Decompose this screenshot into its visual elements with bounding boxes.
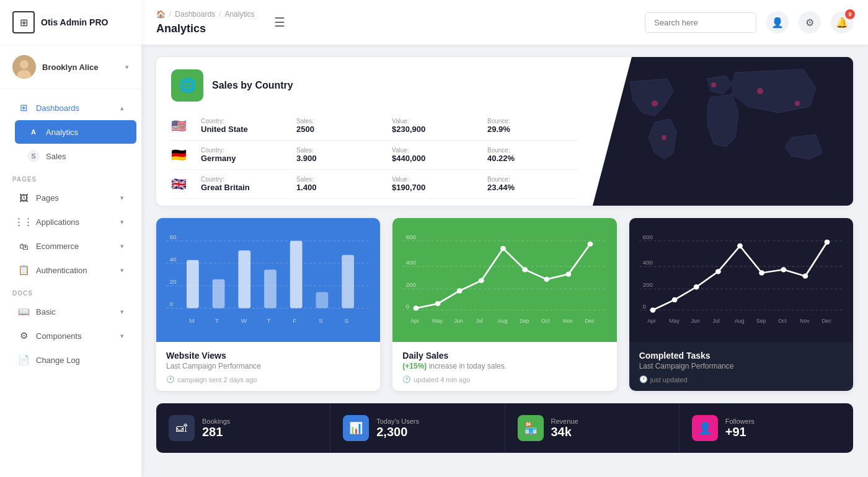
svg-text:W: W xyxy=(241,317,247,324)
svg-rect-18 xyxy=(213,279,225,309)
user-chevron-icon: ▾ xyxy=(125,63,129,71)
sales-value: 2500 xyxy=(296,125,387,134)
value-label: Value: xyxy=(392,147,482,154)
charts-row: 60 40 20 0 M T xyxy=(156,218,853,391)
bounce-label: Bounce: xyxy=(487,205,578,206)
svg-text:Sep: Sep xyxy=(520,318,529,324)
user-profile[interactable]: Brooklyn Alice ▾ xyxy=(0,45,141,89)
svg-text:Aug: Aug xyxy=(734,318,744,324)
sidebar-item-changelog[interactable]: 📄 Change Log xyxy=(5,348,136,372)
sidebar-item-ecommerce[interactable]: 🛍 Ecommerce ▾ xyxy=(5,234,136,258)
ecommerce-icon: 🛍 xyxy=(17,240,30,252)
svg-point-42 xyxy=(479,278,484,283)
basic-label: Basic xyxy=(36,307,114,317)
svg-point-47 xyxy=(588,242,593,247)
bookings-icon: 🛋 xyxy=(169,415,195,441)
sidebar-navigation: ⊞ Dashboards ▴ A Analytics S Sales PAGES… xyxy=(0,89,141,477)
svg-text:0: 0 xyxy=(642,304,645,310)
pages-section-label: PAGES xyxy=(0,168,141,185)
today-users-icon: 📊 xyxy=(343,415,369,441)
breadcrumb-separator2: / xyxy=(219,10,221,19)
sidebar-item-authentication[interactable]: 📋 Authentication ▾ xyxy=(5,258,136,282)
stat-revenue: 🏪 Revenue 34k xyxy=(505,403,680,453)
svg-point-45 xyxy=(544,277,550,282)
bookings-value: 281 xyxy=(202,425,230,439)
svg-point-46 xyxy=(566,271,572,276)
website-views-footer: 🕐 campaign sent 2 days ago xyxy=(166,375,370,383)
bookings-label: Bookings xyxy=(202,418,230,425)
changelog-icon: 📄 xyxy=(17,354,30,366)
svg-text:M: M xyxy=(189,317,194,324)
svg-rect-20 xyxy=(264,269,277,308)
stat-today-users: 📊 Today's Users 2,300 xyxy=(330,403,505,453)
svg-rect-22 xyxy=(316,292,329,309)
svg-point-43 xyxy=(500,246,506,251)
revenue-label: Revenue xyxy=(551,418,578,425)
authentication-icon: 📋 xyxy=(17,264,30,276)
value-value: $190,700 xyxy=(392,183,482,192)
daily-sales-footer: 🕐 updated 4 min ago xyxy=(402,375,606,383)
svg-text:T: T xyxy=(267,317,270,324)
country-flag: 🇩🇪 xyxy=(171,147,196,162)
svg-point-4 xyxy=(652,100,658,107)
svg-point-1 xyxy=(20,60,29,69)
user-avatar-icon[interactable]: 👤 xyxy=(766,11,789,33)
sidebar: ⊞ Otis Admin PRO Brooklyn Alice ▾ ⊞ Dash… xyxy=(0,0,141,477)
analytics-icon: A xyxy=(27,126,40,138)
bounce-value: 23.44% xyxy=(487,183,578,192)
svg-text:Nov: Nov xyxy=(800,318,810,324)
clock-icon: 🕐 xyxy=(166,375,175,383)
sales-label: Sales: xyxy=(296,118,387,125)
daily-sales-title: Daily Sales xyxy=(402,351,606,361)
sidebar-item-pages[interactable]: 🖼 Pages ▾ xyxy=(5,186,136,209)
sidebar-item-basic[interactable]: 📖 Basic ▾ xyxy=(5,300,136,323)
svg-point-65 xyxy=(650,307,655,312)
user-name: Brooklyn Alice xyxy=(42,63,119,72)
svg-point-8 xyxy=(662,135,666,140)
components-icon: ⚙ xyxy=(17,330,30,342)
applications-chevron-icon: ▾ xyxy=(120,218,124,226)
svg-text:Oct: Oct xyxy=(778,318,787,324)
sidebar-item-components[interactable]: ⚙ Components ▾ xyxy=(5,324,136,348)
menu-toggle-icon[interactable]: ☰ xyxy=(274,15,285,30)
svg-text:200: 200 xyxy=(406,282,416,289)
revenue-value: 34k xyxy=(551,425,578,439)
svg-text:20: 20 xyxy=(169,278,176,285)
followers-label: Followers xyxy=(725,418,755,425)
avatar xyxy=(12,55,36,79)
settings-icon[interactable]: ⚙ xyxy=(799,11,821,33)
svg-point-70 xyxy=(759,270,764,275)
page-title: Analytics xyxy=(156,22,206,35)
analytics-label: Analytics xyxy=(46,128,124,137)
value-label: Value: xyxy=(392,176,482,183)
svg-point-6 xyxy=(757,88,763,94)
sidebar-item-analytics[interactable]: A Analytics xyxy=(15,120,136,144)
svg-text:600: 600 xyxy=(406,234,416,240)
sales-title: Sales by Country xyxy=(212,80,293,91)
svg-point-44 xyxy=(523,267,528,272)
search-input[interactable] xyxy=(645,12,756,33)
stats-row: 🛋 Bookings 281 📊 Today's Users 2,300 🏪 R… xyxy=(156,403,853,453)
website-views-footer-text: campaign sent 2 days ago xyxy=(177,376,257,383)
notifications-icon[interactable]: 🔔 9 xyxy=(831,11,853,33)
svg-rect-17 xyxy=(187,260,199,309)
bounce-value: 40.22% xyxy=(487,154,578,163)
components-chevron-icon: ▾ xyxy=(120,332,124,340)
website-views-title: Website Views xyxy=(166,351,370,361)
pages-chevron-icon: ▾ xyxy=(120,194,124,202)
svg-point-66 xyxy=(671,297,677,302)
sidebar-item-dashboards[interactable]: ⊞ Dashboards ▴ xyxy=(5,96,136,120)
value-value: $440,000 xyxy=(392,154,482,163)
value-label: Value: xyxy=(392,118,482,125)
stat-bookings: 🛋 Bookings 281 xyxy=(156,403,330,453)
sidebar-item-applications[interactable]: ⋮⋮ Applications ▾ xyxy=(5,210,136,234)
svg-point-5 xyxy=(711,82,716,87)
basic-chevron-icon: ▾ xyxy=(120,308,124,316)
sidebar-item-sales[interactable]: S Sales xyxy=(15,144,136,168)
svg-point-72 xyxy=(802,274,808,279)
sales-value: 1.400 xyxy=(296,183,387,192)
svg-text:Dec: Dec xyxy=(585,318,595,324)
changelog-label: Change Log xyxy=(36,356,124,365)
notifications-badge: 9 xyxy=(845,9,855,19)
applications-label: Applications xyxy=(36,217,114,227)
